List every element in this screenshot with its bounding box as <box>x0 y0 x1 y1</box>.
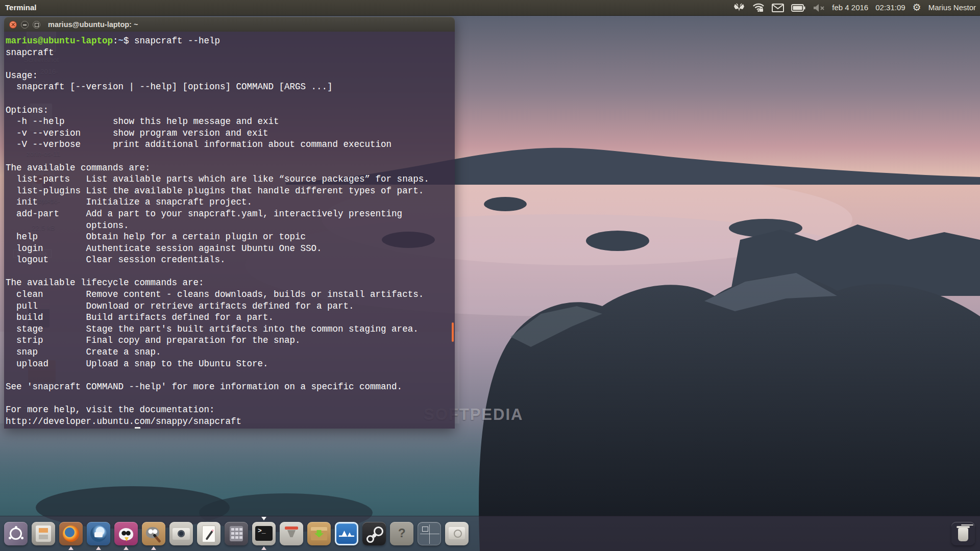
system-tray: feb 4 2016 02:31:09 ⚙ Marius Nestor <box>733 0 976 15</box>
active-app-title: Terminal <box>5 0 36 15</box>
terminal-prompt-line: marius@ubuntu-laptop:~$ <box>6 427 455 429</box>
system-monitor-icon[interactable] <box>335 522 358 545</box>
clock-time[interactable]: 02:31:09 <box>875 0 905 15</box>
battery-icon[interactable] <box>791 4 805 12</box>
gimp-icon[interactable] <box>142 522 165 545</box>
close-button[interactable]: ✕ <box>9 21 17 29</box>
session-username[interactable]: Marius Nestor <box>928 0 976 15</box>
workspace-switcher-icon[interactable] <box>418 522 441 545</box>
moth-indicator-icon[interactable] <box>733 3 745 12</box>
terminal-cursor <box>135 427 140 429</box>
terminal-content[interactable]: marius@ubuntu-laptop:~$ snapcraft --help… <box>4 32 455 429</box>
calculator-icon[interactable] <box>225 522 248 545</box>
help-icon[interactable] <box>390 522 413 545</box>
typed-command: snapcraft --help <box>134 36 220 46</box>
owl-messenger-icon[interactable] <box>114 522 138 545</box>
focused-indicator <box>261 517 266 520</box>
thunderbird-icon[interactable] <box>87 522 110 545</box>
file-manager-icon[interactable] <box>32 522 55 545</box>
package-installer-icon[interactable] <box>307 522 331 545</box>
firefox-icon[interactable] <box>59 522 83 545</box>
minimize-button[interactable] <box>21 21 29 29</box>
running-indicator <box>261 546 266 550</box>
running-indicator <box>151 546 156 550</box>
session-gear-icon[interactable]: ⚙ <box>913 0 921 15</box>
steam-icon[interactable] <box>362 522 386 545</box>
workspace-current-marker <box>422 527 428 532</box>
scrollbar-thumb[interactable] <box>452 322 454 342</box>
terminal-window: ✕ marius@ubuntu-laptop: ~ marius@ubuntu-… <box>4 17 455 429</box>
shotwell-camera-icon[interactable] <box>169 522 193 545</box>
terminal-output: snapcraft Usage: snapcraft [--version | … <box>6 47 455 428</box>
mail-icon[interactable] <box>772 4 784 12</box>
maximize-button[interactable] <box>33 21 40 29</box>
running-indicator <box>124 546 129 550</box>
running-indicator <box>96 546 101 550</box>
hard-disk-icon[interactable] <box>445 522 469 545</box>
launcher-dock <box>0 516 980 551</box>
trash-icon[interactable] <box>951 522 975 545</box>
desktop: Terminal feb 4 2016 02:31:09 ⚙ Marius Ne… <box>0 0 980 551</box>
top-panel: Terminal feb 4 2016 02:31:09 ⚙ Marius Ne… <box>0 0 980 16</box>
volume-muted-icon[interactable] <box>813 4 825 12</box>
clock-date[interactable]: feb 4 2016 <box>832 0 868 15</box>
window-title: marius@ubuntu-laptop: ~ <box>48 17 138 32</box>
ubuntu-dash-icon[interactable] <box>4 522 28 545</box>
terminal-titlebar[interactable]: ✕ marius@ubuntu-laptop: ~ <box>4 17 455 32</box>
text-editor-icon[interactable] <box>197 522 220 545</box>
terminal-command-line: marius@ubuntu-laptop:~$ snapcraft --help <box>6 35 455 47</box>
terminal-icon[interactable] <box>252 522 276 545</box>
running-indicator <box>68 546 74 550</box>
update-manager-icon[interactable] <box>280 522 303 545</box>
dock-items <box>4 522 469 545</box>
prompt-user: marius@ubuntu-laptop <box>6 36 113 46</box>
wifi-icon[interactable] <box>752 3 765 13</box>
